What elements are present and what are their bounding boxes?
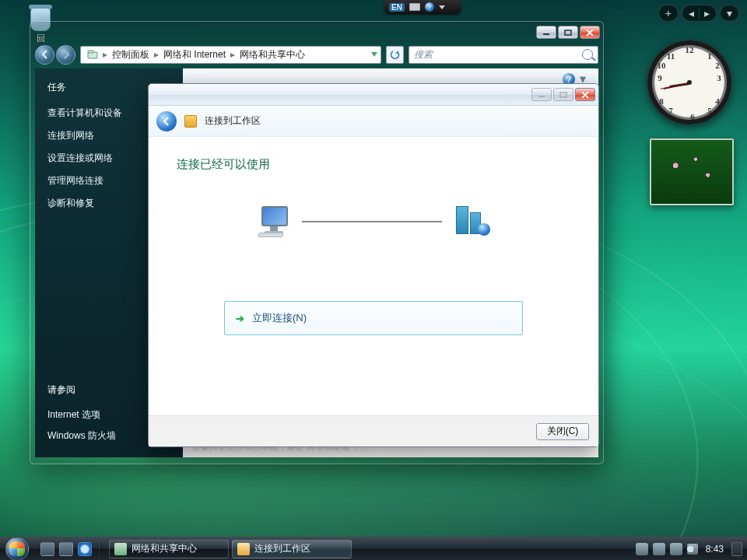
server-icon [450,206,489,237]
explorer-titlebar[interactable] [30,22,603,43]
nav-forward-button[interactable] [56,45,75,65]
address-dropdown[interactable] [371,52,377,57]
computer-icon [258,206,294,237]
explorer-toolbar: ▸ 控制面板 ▸ 网络和 Internet ▸ 网络和共享中心 搜索 [35,43,598,66]
wizard-footer: 关闭(C) [149,415,598,446]
add-gadget-button[interactable]: + [658,5,679,22]
svg-rect-5 [560,93,566,97]
tray-clock[interactable]: 8:43 [703,544,727,555]
close-button[interactable] [580,26,600,39]
taskbar: 网络和共享中心 连接到工作区 8:43 [0,537,747,560]
switch-windows-icon[interactable] [59,542,73,556]
search-input[interactable]: 搜索 [409,46,598,64]
task-icon [114,543,127,555]
connection-line [302,221,442,222]
keyboard-icon[interactable] [409,3,420,11]
clock-gadget[interactable]: 12 3 6 9 1 2 4 5 7 8 10 11 [647,40,731,124]
breadcrumb-item[interactable]: 网络和共享中心 [237,48,308,61]
help-icon[interactable]: ? [425,2,434,12]
close-button[interactable] [575,88,595,101]
system-tray: 8:43 [631,542,747,556]
task-button[interactable]: 连接到工作区 [232,540,352,558]
chevron-right-icon: ▸ [704,5,710,21]
search-icon [582,49,593,60]
close-button[interactable]: 关闭(C) [536,423,589,440]
task-button[interactable]: 网络和共享中心 [109,540,229,558]
breadcrumb-item[interactable]: 网络和 Internet [160,48,229,61]
show-desktop-icon[interactable] [40,542,54,556]
svg-rect-4 [538,96,545,97]
ie-icon[interactable] [78,542,92,556]
slideshow-gadget[interactable] [650,138,734,205]
chevron-right-icon[interactable]: ▸ [154,49,159,60]
maximize-button[interactable] [553,88,573,101]
start-button[interactable] [0,537,34,561]
minimize-button[interactable] [531,88,552,101]
wizard-heading: 连接已经可以使用 [177,157,570,172]
connection-diagram [177,191,570,253]
wrench-icon: ▾ [727,5,732,21]
task-label: 网络和共享中心 [132,542,197,555]
gadget-options-button[interactable]: ▾ [720,5,739,22]
wizard-header: 连接到工作区 [149,106,598,137]
breadcrumb-root-icon[interactable] [84,49,101,60]
task-label: 连接到工作区 [254,542,310,555]
connect-now-option[interactable]: ➔ 立即连接(N) [224,301,523,335]
tray-security-icon[interactable] [636,543,648,555]
tray-power-icon[interactable] [670,543,682,555]
tray-volume-icon[interactable] [687,544,698,555]
svg-rect-1 [565,30,571,35]
nav-back-button[interactable] [35,45,54,65]
svg-rect-3 [88,51,93,53]
connect-to-workplace-wizard: 连接到工作区 连接已经可以使用 ➔ 立即连接(N) 关闭(C) [148,83,599,447]
refresh-button[interactable] [386,46,404,64]
search-placeholder: 搜索 [414,48,433,61]
task-buttons: 网络和共享中心 连接到工作区 [107,540,353,558]
address-bar[interactable]: ▸ 控制面板 ▸ 网络和 Internet ▸ 网络和共享中心 [80,46,381,64]
chevron-down-icon[interactable] [439,5,445,9]
svg-rect-0 [543,33,549,35]
connect-now-label: 立即连接(N) [252,311,307,325]
task-icon [237,543,250,555]
sidebar-gadget-controls: + ◂ ▸ ▾ [658,5,739,22]
chevron-right-icon[interactable]: ▸ [230,49,235,60]
language-bar[interactable]: EN ? [384,0,461,14]
wizard-title: 连接到工作区 [205,114,261,128]
chevron-left-icon: ◂ [689,5,694,21]
arrow-right-icon: ➔ [236,313,244,324]
breadcrumb-item[interactable]: 控制面板 [109,48,153,61]
wizard-body: 连接已经可以使用 ➔ 立即连接(N) [149,137,598,415]
desktop: EN ? + ◂ ▸ ▾ 回 12 3 6 9 1 2 4 5 7 8 10 1… [0,0,747,560]
tray-sidebar-icon[interactable] [731,542,742,556]
tray-network-icon[interactable] [653,543,665,555]
wizard-title-icon [184,115,197,128]
wizard-back-button[interactable] [156,111,177,131]
chevron-right-icon[interactable]: ▸ [103,49,107,60]
maximize-button[interactable] [558,26,578,39]
language-indicator[interactable]: EN [389,3,405,12]
start-orb-icon [5,537,29,561]
quick-launch [34,542,107,556]
wizard-titlebar[interactable] [149,84,598,106]
gadget-nav[interactable]: ◂ ▸ [682,5,717,22]
minimize-button[interactable] [536,26,556,39]
